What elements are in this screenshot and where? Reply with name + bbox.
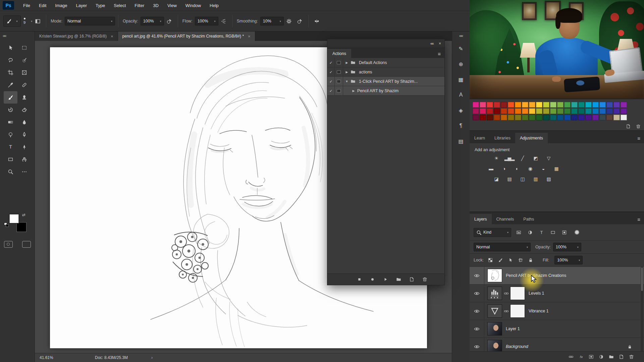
layer-opacity-select[interactable]: 100%▾ <box>553 243 581 251</box>
color-swatch[interactable] <box>571 102 578 108</box>
close-tab-icon[interactable]: × <box>248 34 251 39</box>
action-set-row-expanded[interactable]: ✓ ▼ 1-Click Pencil ART by Shazim... <box>327 77 444 86</box>
menu-item-3d[interactable]: 3D <box>149 0 163 11</box>
character-panel-icon[interactable]: A <box>452 87 470 103</box>
action-check-icon[interactable]: ✓ <box>327 86 335 95</box>
posterize-adjustment-icon[interactable]: ▤ <box>505 175 514 183</box>
action-dialog-toggle[interactable] <box>335 67 343 76</box>
color-swatch[interactable] <box>480 108 486 114</box>
layer-row-background[interactable]: Background <box>470 338 644 352</box>
color-swatch[interactable] <box>621 108 627 114</box>
new-layer-icon[interactable] <box>619 354 624 359</box>
invert-adjustment-icon[interactable]: ◪ <box>492 175 501 183</box>
visibility-eye-icon[interactable] <box>470 338 484 352</box>
crop-tool[interactable] <box>4 66 17 79</box>
lock-artboard-icon[interactable] <box>517 256 524 264</box>
channel-mixer-adjustment-icon[interactable]: ◒ <box>539 165 548 172</box>
color-swatch[interactable] <box>522 108 528 114</box>
visibility-eye-icon[interactable] <box>470 285 484 302</box>
collapse-arrow-icon[interactable]: ▼ <box>343 80 351 83</box>
filter-toggle-icon[interactable] <box>575 230 579 235</box>
color-swatch[interactable] <box>571 108 578 114</box>
color-swatch[interactable] <box>613 115 620 120</box>
color-swatch[interactable] <box>599 102 606 108</box>
swap-colors-icon[interactable]: ⇄ <box>22 213 25 217</box>
mask-link-icon[interactable] <box>503 309 509 314</box>
symmetry-butterfly-icon[interactable] <box>312 16 322 26</box>
color-swatch[interactable] <box>564 115 571 120</box>
expand-arrow-icon[interactable]: ▶ <box>343 61 351 64</box>
color-swatch[interactable] <box>494 102 500 108</box>
blur-tool[interactable] <box>17 116 31 128</box>
color-swatch[interactable] <box>473 108 479 114</box>
menu-item-help[interactable]: Help <box>205 0 223 11</box>
actions-panel-titlebar[interactable]: «« × <box>327 39 444 48</box>
color-swatch[interactable] <box>529 102 535 108</box>
color-swatch[interactable] <box>543 102 549 108</box>
blend-mode-select[interactable]: Normal▾ <box>474 243 531 251</box>
action-dialog-toggle[interactable] <box>335 58 343 67</box>
levels-adjustment-icon[interactable] <box>487 287 502 300</box>
layer-style-icon[interactable]: fx <box>579 354 584 359</box>
pressure-size-icon[interactable] <box>294 16 305 26</box>
color-swatch[interactable] <box>621 102 627 108</box>
menu-item-type[interactable]: Type <box>91 0 109 11</box>
color-swatch[interactable] <box>508 102 514 108</box>
color-swatch[interactable] <box>487 115 493 120</box>
delete-swatch-icon[interactable] <box>636 124 641 129</box>
menu-item-file[interactable]: File <box>19 0 35 11</box>
color-swatch[interactable] <box>613 102 620 108</box>
type-tool[interactable]: T <box>4 141 17 153</box>
color-swatch[interactable] <box>501 102 507 108</box>
layer-name[interactable]: Vibrance 1 <box>529 309 549 313</box>
filter-kind-select[interactable]: Kind ▾ <box>474 228 511 237</box>
lock-checker-icon[interactable] <box>487 256 494 264</box>
layer-mask-thumbnail[interactable] <box>510 304 525 318</box>
photo-filter-adjustment-icon[interactable]: ◉ <box>526 165 535 172</box>
mode-select[interactable]: Normal▾ <box>65 17 115 25</box>
glyphs-panel-icon[interactable]: ▦ <box>452 72 470 87</box>
delete-action-icon[interactable] <box>422 277 427 282</box>
close-tab-icon[interactable]: × <box>111 34 113 39</box>
add-mask-icon[interactable] <box>589 354 594 359</box>
color-swatch[interactable] <box>508 108 514 114</box>
dodge-tool[interactable] <box>4 128 17 141</box>
quick-selection-tool[interactable] <box>17 54 31 66</box>
menu-item-layer[interactable]: Layer <box>72 0 92 11</box>
libraries-panel-icon[interactable]: ▤ <box>452 133 470 149</box>
filter-adjustment-icon[interactable] <box>526 228 535 237</box>
screen-mode-button[interactable] <box>22 241 31 248</box>
layer-row-vibrance[interactable]: Vibrance 1 <box>470 302 644 320</box>
layer-row-levels[interactable]: Levels 1 <box>470 285 644 302</box>
expand-dock-icon[interactable]: «« <box>452 32 470 38</box>
color-swatch[interactable] <box>564 102 571 108</box>
color-swatch[interactable] <box>606 102 613 108</box>
curves-adjustment-icon[interactable]: ╱ <box>518 154 527 162</box>
color-swatch[interactable] <box>606 115 613 120</box>
clone-source-panel-icon[interactable]: ⊕ <box>452 56 470 72</box>
flow-select[interactable]: 100%▾ <box>195 17 218 25</box>
layer-row-pencil-art[interactable]: Pencil ART by Shazim Creations <box>470 267 644 285</box>
mask-link-icon[interactable] <box>503 291 509 296</box>
color-swatch[interactable] <box>557 102 564 108</box>
color-swatch[interactable] <box>536 115 542 120</box>
brush-settings-panel-icon[interactable]: ✎ <box>452 41 470 56</box>
color-swatch[interactable] <box>557 108 564 114</box>
marquee-tool[interactable] <box>17 42 31 54</box>
pen-tool[interactable] <box>17 128 31 141</box>
new-adjustment-icon[interactable] <box>599 354 604 359</box>
color-swatch[interactable] <box>515 108 521 114</box>
color-swatch[interactable] <box>621 115 627 120</box>
close-panel-icon[interactable]: × <box>439 41 441 46</box>
layer-thumbnail[interactable] <box>487 322 502 336</box>
background-color-swatch[interactable] <box>16 222 26 232</box>
path-selection-tool[interactable] <box>17 141 31 153</box>
3d-panel-icon[interactable]: ◈ <box>452 103 470 118</box>
layer-name[interactable]: Levels 1 <box>529 291 544 296</box>
action-dialog-toggle[interactable] <box>335 86 343 95</box>
levels-adjustment-icon[interactable]: ▂▅▂ <box>505 154 514 162</box>
new-action-icon[interactable] <box>409 277 414 282</box>
color-swatch[interactable] <box>606 108 613 114</box>
color-balance-adjustment-icon[interactable]: ◑ <box>499 165 508 172</box>
color-swatch[interactable] <box>550 108 556 114</box>
